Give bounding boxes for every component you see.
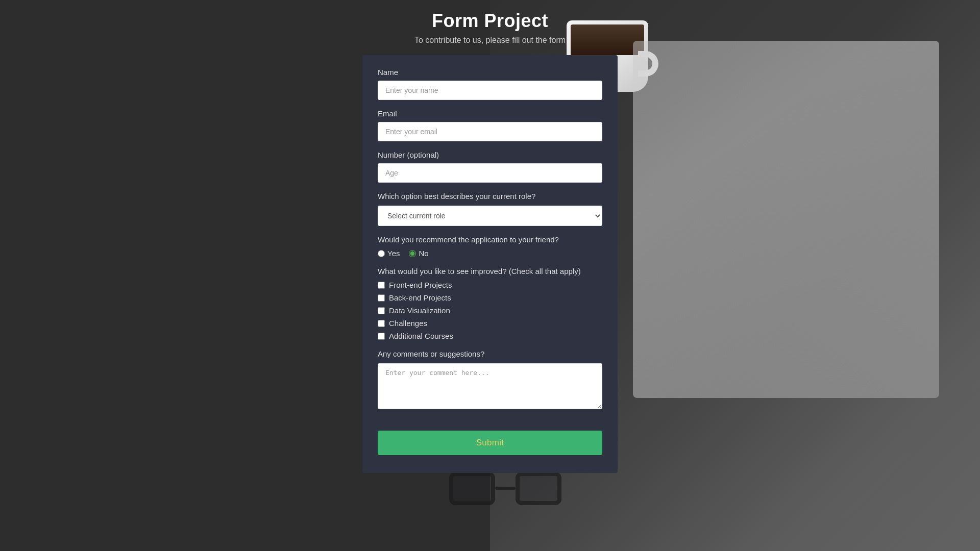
checkbox-courses[interactable]	[378, 333, 385, 340]
main-content: Form Project To contribute to us, please…	[0, 0, 980, 473]
submit-button[interactable]: Submit	[378, 431, 602, 455]
checkbox-frontend-label: Front-end Projects	[389, 281, 452, 289]
improve-group: What would you like to see improved? (Ch…	[378, 267, 602, 340]
checkbox-group: Front-end Projects Back-end Projects Dat…	[378, 281, 602, 340]
name-group: Name	[378, 68, 602, 100]
role-select[interactable]: Select current role Student Full Stack D…	[378, 206, 602, 226]
checkbox-backend-option[interactable]: Back-end Projects	[378, 293, 602, 302]
radio-yes[interactable]	[378, 250, 385, 257]
radio-no-option[interactable]: No	[409, 249, 428, 258]
checkbox-frontend-option[interactable]: Front-end Projects	[378, 281, 602, 289]
comments-textarea[interactable]	[378, 363, 602, 409]
checkbox-dataviz-option[interactable]: Data Visualization	[378, 306, 602, 315]
form-container: Name Email Number (optional) Which optio…	[362, 55, 618, 473]
name-label: Name	[378, 68, 602, 77]
radio-yes-option[interactable]: Yes	[378, 249, 400, 258]
comments-question: Any comments or suggestions?	[378, 349, 602, 358]
role-group: Which option best describes your current…	[378, 192, 602, 226]
checkbox-dataviz[interactable]	[378, 307, 385, 314]
email-input[interactable]	[378, 122, 602, 141]
checkbox-challenges-option[interactable]: Challenges	[378, 319, 602, 328]
name-input[interactable]	[378, 81, 602, 100]
email-group: Email	[378, 109, 602, 141]
comments-group: Any comments or suggestions?	[378, 349, 602, 411]
role-question: Which option best describes your current…	[378, 192, 602, 201]
page-subtitle: To contribute to us, please fill out the…	[414, 36, 566, 45]
recommend-group: Would you recommend the application to y…	[378, 235, 602, 258]
radio-no[interactable]	[409, 250, 416, 257]
checkbox-challenges-label: Challenges	[389, 319, 427, 328]
recommend-question: Would you recommend the application to y…	[378, 235, 602, 244]
checkbox-courses-option[interactable]: Additional Courses	[378, 332, 602, 340]
checkbox-frontend[interactable]	[378, 282, 385, 289]
checkbox-challenges[interactable]	[378, 320, 385, 327]
checkbox-dataviz-label: Data Visualization	[389, 306, 450, 315]
improve-question: What would you like to see improved? (Ch…	[378, 267, 602, 276]
checkbox-backend[interactable]	[378, 294, 385, 302]
checkbox-courses-label: Additional Courses	[389, 332, 453, 340]
radio-yes-label: Yes	[387, 249, 400, 258]
number-group: Number (optional)	[378, 151, 602, 183]
number-label: Number (optional)	[378, 151, 602, 159]
page-title: Form Project	[432, 10, 548, 32]
number-input[interactable]	[378, 163, 602, 183]
checkbox-backend-label: Back-end Projects	[389, 293, 451, 302]
radio-no-label: No	[419, 249, 428, 258]
email-label: Email	[378, 109, 602, 118]
radio-group: Yes No	[378, 249, 602, 258]
